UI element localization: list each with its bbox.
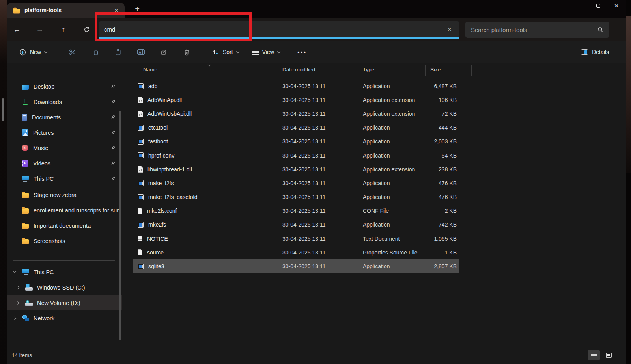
status-bar: 14 items [7, 346, 626, 364]
videos-icon [22, 160, 28, 167]
new-button-label: New [30, 49, 41, 55]
tree-item-this-pc[interactable]: This PC [7, 264, 122, 280]
file-row-adbwinusbapi-dll[interactable]: AdbWinUsbApi.dll 30-04-2025 13:11 Applic… [133, 107, 459, 121]
paste-icon [114, 48, 122, 56]
view-toggles [588, 350, 615, 360]
details-pane-button[interactable]: Details [581, 49, 609, 55]
clear-address-icon[interactable]: × [445, 26, 454, 33]
file-size: 1,065 KB [405, 236, 457, 242]
folder-icon [22, 208, 29, 214]
sort-button[interactable]: Sort [208, 46, 243, 59]
file-row-etc1tool[interactable]: etc1tool 30-04-2025 13:11 Application 44… [133, 121, 459, 135]
new-button[interactable]: New [15, 46, 51, 59]
sidebar-item-important-doecumenta[interactable]: Important doecumenta [7, 218, 126, 233]
toolbar-separator [203, 46, 203, 58]
delete-icon [183, 48, 190, 56]
large-icons-view-button[interactable] [603, 350, 615, 360]
file-row-hprof-conv[interactable]: hprof-conv 30-04-2025 13:11 Application … [133, 149, 459, 162]
tree-item-network[interactable]: Network [7, 310, 122, 326]
sidebar-item-this-pc[interactable]: This PC [7, 171, 122, 186]
delete-button[interactable] [178, 45, 195, 59]
column-separator[interactable] [276, 65, 276, 76]
folder-icon [22, 193, 29, 198]
forward-button[interactable]: → [32, 22, 47, 37]
file-date-modified: 30-04-2025 13:11 [282, 83, 326, 89]
file-size: 2,857 KB [405, 263, 457, 269]
refresh-button[interactable] [79, 22, 94, 37]
view-button[interactable]: View [248, 46, 284, 58]
copy-button[interactable] [87, 45, 103, 59]
sidebar-item-documents[interactable]: Documents [7, 110, 122, 125]
column-header-type[interactable]: Type [363, 67, 374, 72]
up-button[interactable]: ↑ [56, 22, 71, 37]
sidebar-item-music[interactable]: Music [7, 140, 122, 156]
file-row-mke2fs-conf[interactable]: mke2fs.conf 30-04-2025 13:11 CONF File 2… [133, 204, 459, 218]
file-row-source[interactable]: source 30-04-2025 13:11 Properties Sourc… [133, 245, 459, 259]
more-options-button[interactable]: ••• [294, 45, 310, 59]
file-date-modified: 30-04-2025 13:11 [282, 166, 326, 173]
sidebar-item-videos[interactable]: Videos [7, 156, 122, 171]
file-type: Application [363, 221, 390, 228]
column-header-name[interactable]: Name [143, 67, 157, 72]
sidebar-item-pictures[interactable]: Pictures [7, 125, 122, 140]
folders-section: Stage now zebra enrollement and runscrip… [7, 187, 126, 249]
back-button[interactable]: ← [9, 22, 24, 37]
search-box[interactable]: Search platform-tools [465, 22, 609, 38]
file-type: CONF File [363, 208, 389, 214]
search-icon[interactable] [597, 26, 604, 33]
file-row-make-f2fs-casefold[interactable]: make_f2fs_casefold 30-04-2025 13:11 Appl… [133, 190, 459, 204]
file-date-modified: 30-04-2025 13:11 [282, 194, 326, 200]
chevron-icon[interactable] [12, 271, 17, 273]
rename-button[interactable]: A [133, 45, 149, 59]
sidebar-item-enrollement-and-runscripts-for-sur[interactable]: enrollement and runscripts for sur [7, 202, 126, 218]
pin-icon [110, 130, 116, 136]
drive-d-icon [25, 303, 33, 306]
column-separator[interactable] [425, 65, 426, 76]
file-date-modified: 30-04-2025 13:11 [282, 208, 326, 214]
file-row-mke2fs[interactable]: mke2fs 30-04-2025 13:11 Application 742 … [133, 218, 459, 232]
file-row-sqlite3[interactable]: sqlite3 30-04-2025 13:11 Application 2,8… [133, 259, 459, 273]
close-button[interactable]: × [607, 0, 625, 12]
tree-item-new-volume-d[interactable]: New Volume (D:) [7, 295, 122, 310]
dll-file-icon [138, 97, 143, 103]
file-row-make-f2fs[interactable]: make_f2fs 30-04-2025 13:11 Application 4… [133, 176, 459, 190]
column-header-date-modified[interactable]: Date modified [282, 67, 315, 72]
file-name: AdbWinUsbApi.dll [147, 111, 192, 117]
app-file-icon [138, 125, 144, 131]
details-pane-icon [581, 49, 588, 55]
file-row-adbwinapi-dll[interactable]: AdbWinApi.dll 30-04-2025 13:11 Applicati… [133, 93, 459, 107]
cut-button[interactable] [64, 45, 80, 59]
maximize-button[interactable] [589, 0, 607, 12]
sidebar-item-stage-now-zebra[interactable]: Stage now zebra [7, 187, 126, 202]
details-view-button[interactable] [588, 350, 600, 360]
chevron-icon[interactable] [12, 317, 17, 319]
paste-button[interactable] [110, 45, 126, 59]
dll-file-icon [138, 166, 143, 173]
file-type: Application [363, 152, 390, 159]
file-list: Name Date modified Type Size adb 30-04-2… [133, 63, 484, 78]
chevron-icon[interactable] [15, 286, 21, 289]
chevron-icon[interactable] [15, 302, 21, 304]
column-header-size[interactable]: Size [430, 67, 441, 72]
file-row-fastboot[interactable]: fastboot 30-04-2025 13:11 Application 2,… [133, 135, 459, 149]
file-row-libwinpthread-1-dll[interactable]: libwinpthread-1.dll 30-04-2025 13:11 App… [133, 162, 459, 176]
tree-item-windows-ssd-c[interactable]: Windows-SSD (C:) [7, 280, 122, 295]
file-date-modified: 30-04-2025 13:11 [282, 97, 326, 103]
app-file-icon [138, 152, 144, 158]
file-row-adb[interactable]: adb 30-04-2025 13:11 Application 6,487 K… [133, 79, 459, 93]
minimize-button[interactable] [571, 0, 589, 12]
file-type: Application [363, 83, 390, 89]
share-button[interactable] [155, 45, 172, 59]
file-row-notice[interactable]: NOTICE 30-04-2025 13:11 Text Document 1,… [133, 232, 459, 245]
file-size: 476 KB [405, 180, 457, 186]
sidebar-item-desktop[interactable]: Desktop [7, 79, 122, 94]
file-name: adb [148, 83, 157, 89]
rename-icon: A [137, 49, 145, 55]
sidebar-item-downloads[interactable]: Downloads [7, 94, 122, 110]
sidebar-scrollbar[interactable] [119, 111, 121, 340]
app-file-icon [138, 83, 144, 89]
column-separator[interactable] [359, 65, 359, 76]
app-file-icon [138, 264, 144, 269]
sidebar-item-screenshots[interactable]: Screenshots [7, 233, 126, 249]
column-separator[interactable] [471, 65, 472, 76]
